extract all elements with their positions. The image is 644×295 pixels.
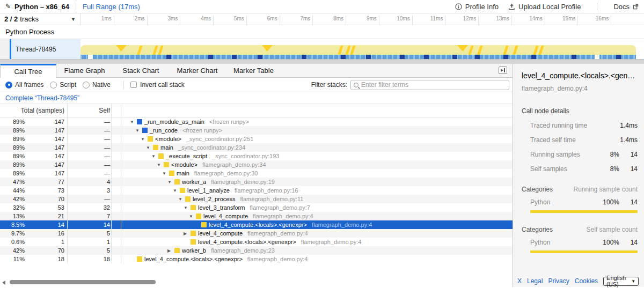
collapse-arrow-icon[interactable]: ▼ <box>151 154 158 159</box>
function-location: _sync_coordinator.py:234 <box>178 144 245 151</box>
table-row[interactable]: 44%733▼level_1_analyzeflamegraph_demo.py… <box>0 186 513 195</box>
category-row: Python 100% 14 <box>522 198 638 206</box>
privacy-link[interactable]: Privacy <box>548 277 569 285</box>
sample-gap <box>88 55 93 59</box>
table-row[interactable]: 89%147—▼<module>flamegraph_demo.py:34 <box>0 160 513 169</box>
filter-search-input[interactable] <box>361 81 506 88</box>
radio-label-script[interactable]: Script <box>60 81 76 88</box>
cell-total-percent: 13% <box>0 213 25 219</box>
table-row[interactable]: 8.5%1414level_4_compute.<locals>.<genexp… <box>0 220 513 229</box>
collapse-arrow-icon[interactable]: ▼ <box>189 214 196 219</box>
scroll-left-arrow-icon[interactable] <box>2 281 5 285</box>
function-name: level_4_compute <box>198 230 243 237</box>
tracks-dropdown[interactable]: 2 / 2 tracks ▼ <box>0 13 80 25</box>
profile-info-button[interactable]: Profile Info <box>455 3 499 11</box>
marker-triangle-icon[interactable] <box>116 45 127 51</box>
tab-marker-chart[interactable]: Marker Chart <box>169 64 225 77</box>
thread-track-canvas[interactable] <box>80 39 644 59</box>
full-range-link[interactable]: Full Range (17ms) <box>83 3 140 11</box>
column-self[interactable]: Self <box>68 107 110 114</box>
column-total[interactable]: Total (samples) <box>0 107 64 114</box>
timeline-splitter[interactable] <box>0 59 644 64</box>
upload-profile-button[interactable]: Upload Local Profile <box>508 3 581 11</box>
table-row[interactable]: 11%1818level_4_compute.<locals>.<genexpr… <box>0 255 513 263</box>
table-row[interactable]: 47%774▼worker_aflamegraph_demo.py:19 <box>0 178 513 186</box>
profiler-app: ✎ Python – x86_64 Full Range (17ms) Prof… <box>0 0 644 295</box>
table-row[interactable]: 89%147—▼_execute_script_sync_coordinator… <box>0 152 513 160</box>
sidebar-toggle-icon <box>501 69 503 72</box>
category-bar-python <box>530 250 638 253</box>
edit-profile-name-icon[interactable]: ✎ <box>5 3 11 10</box>
tab-marker-table[interactable]: Marker Table <box>225 64 282 77</box>
table-row[interactable]: 89%147—▼main_sync_coordinator.py:234 <box>0 143 513 152</box>
table-row[interactable]: 9.7%165▶level_4_computeflamegraph_demo.p… <box>0 229 513 238</box>
sidebar-file-location: flamegraph_demo.py:4 <box>522 85 638 92</box>
column-divider <box>111 104 112 263</box>
process-track-label[interactable]: Python Process <box>0 25 644 39</box>
radio-script[interactable] <box>50 82 57 88</box>
radio-label-native[interactable]: Native <box>92 81 111 88</box>
thread-track: Thread-78495 <box>0 39 644 59</box>
table-row[interactable]: 42%70—▼level_2_processflamegraph_demo.py… <box>0 195 513 203</box>
table-row[interactable]: 0.6%11level_4_compute.<locals>.<genexpr>… <box>0 238 513 246</box>
profile-name[interactable]: Python – x86_64 <box>14 3 69 11</box>
table-row[interactable]: 42%705▶worker_bflamegraph_demo.py:23 <box>0 246 513 255</box>
complete-range-link[interactable]: Complete “Thread-78495” <box>5 94 79 102</box>
invert-call-stack-checkbox[interactable] <box>130 82 137 88</box>
ruler-tick-label: 11ms <box>412 16 443 21</box>
ruler-tick-label: 7ms <box>279 16 310 21</box>
collapse-arrow-icon[interactable]: ▼ <box>167 180 174 185</box>
horizontal-scrollbar <box>0 279 513 286</box>
call-tree: Total (samples) Self 89%147—▼_run_module… <box>0 104 513 263</box>
radio-label-all-frames[interactable]: All frames <box>15 81 43 88</box>
cell-function: ▼main_sync_coordinator.py:234 <box>125 144 513 151</box>
ruler-tick-label: 3ms <box>147 16 178 21</box>
collapse-arrow-icon[interactable]: ▼ <box>184 205 191 210</box>
timeline-ruler[interactable]: 1ms2ms3ms4ms5ms6ms7ms8ms9ms10ms11ms12ms1… <box>80 13 644 25</box>
language-select[interactable]: English (US) ▼ <box>603 277 639 286</box>
ruler-tick-label: 14ms <box>511 16 543 21</box>
marker-triangle-icon[interactable] <box>457 45 468 51</box>
ruler-tick-label: 10ms <box>379 16 410 21</box>
collapse-arrow-icon[interactable]: ▼ <box>141 137 148 142</box>
collapse-arrow-icon[interactable]: ▼ <box>173 188 180 193</box>
cell-function: level_4_compute.<locals>.<genexpr>flameg… <box>125 222 513 228</box>
table-row[interactable]: 89%147—▼_run_module_as_main<frozen runpy… <box>0 117 513 126</box>
expand-arrow-icon[interactable]: ▶ <box>167 248 174 253</box>
collapse-arrow-icon[interactable]: ▼ <box>135 128 142 133</box>
ruler-tick-label: 15ms <box>544 16 575 21</box>
cell-function: ▼mainflamegraph_demo.py:30 <box>125 170 513 176</box>
category-row: Python 100% 14 <box>522 239 638 246</box>
legal-link[interactable]: Legal <box>527 277 543 285</box>
collapse-arrow-icon[interactable]: ▼ <box>130 120 137 124</box>
table-row[interactable]: 13%217▼level_4_computeflamegraph_demo.py… <box>0 212 513 220</box>
dismiss-link[interactable]: X <box>517 277 522 285</box>
thread-track-label[interactable]: Thread-78495 <box>10 39 80 59</box>
cell-total-samples: 77 <box>25 179 64 185</box>
function-name: _run_module_as_main <box>144 119 204 125</box>
cookies-link[interactable]: Cookies <box>575 277 598 285</box>
sidebar-toggle-button[interactable] <box>499 67 507 74</box>
table-row[interactable]: 89%147—▼<module>_sync_coordinator.py:251 <box>0 135 513 143</box>
collapse-arrow-icon[interactable]: ▼ <box>157 163 164 167</box>
tab-call-tree[interactable]: Call Tree <box>0 64 56 78</box>
tab-flame-graph[interactable]: Flame Graph <box>56 64 113 77</box>
table-row[interactable]: 89%147—▼_run_code<frozen runpy> <box>0 126 513 135</box>
collapse-arrow-icon[interactable]: ▼ <box>178 197 185 202</box>
cell-self: 5 <box>68 230 110 237</box>
marker-triangle-icon[interactable] <box>262 45 273 51</box>
scrollbar-thumb[interactable] <box>10 280 156 284</box>
cell-total-percent: 42% <box>0 247 25 254</box>
radio-all-frames[interactable] <box>5 82 12 88</box>
function-location: flamegraph_demo.py:16 <box>235 187 298 194</box>
expand-arrow-icon[interactable]: ▶ <box>184 231 191 236</box>
radio-native[interactable] <box>83 82 90 88</box>
category-square-icon <box>148 136 153 142</box>
table-row[interactable]: 89%147—▼mainflamegraph_demo.py:30 <box>0 169 513 178</box>
docs-link[interactable]: Docs <box>613 3 639 11</box>
tab-stack-chart[interactable]: Stack Chart <box>113 64 169 77</box>
table-row[interactable]: 32%5332▼level_3_transformflamegraph_demo… <box>0 203 513 212</box>
collapse-arrow-icon[interactable]: ▼ <box>162 171 169 176</box>
collapse-arrow-icon[interactable]: ▼ <box>146 145 153 150</box>
cell-total-samples: 147 <box>25 127 64 134</box>
